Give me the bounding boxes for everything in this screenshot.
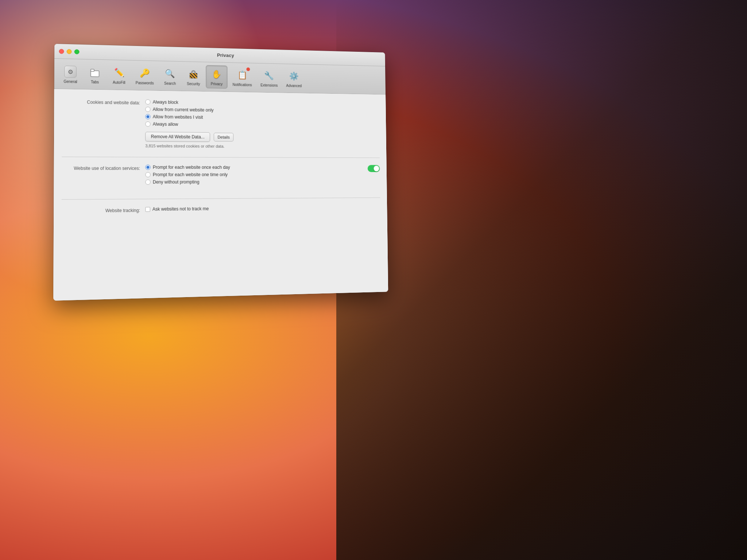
radio-deny-without-label: Deny without prompting [153, 179, 200, 184]
tracking-checkbox-label: Ask websites not to track me [152, 206, 209, 211]
wood-overlay [336, 0, 747, 560]
section-divider-1 [62, 157, 380, 158]
radio-current-only-label: Allow from current website only [153, 107, 214, 113]
maximize-button[interactable] [74, 49, 80, 54]
traffic-lights [59, 49, 80, 54]
tab-passwords[interactable]: 🔑 Passwords [132, 64, 157, 88]
remove-all-button[interactable]: Remove All Website Data... [145, 132, 210, 141]
section-divider-2 [62, 198, 380, 200]
tab-advanced[interactable]: ⚙️ Advanced [283, 67, 305, 90]
radio-prompt-each-day-label: Prompt for each website once each day [153, 165, 230, 170]
tabs-icon [89, 67, 101, 79]
radio-websites-visit-label: Allow from websites I visit [153, 114, 203, 120]
tab-privacy[interactable]: ✋ Privacy [206, 65, 228, 89]
location-label: Website use of location services: [62, 164, 145, 171]
radio-websites-visit[interactable]: Allow from websites I visit [145, 114, 379, 122]
storage-info: 3,815 websites stored cookies or other d… [145, 144, 379, 149]
radio-prompt-one-time-indicator [145, 172, 150, 177]
preferences-content: Cookies and website data: Always block A… [53, 89, 388, 301]
tab-search[interactable]: 🔍 Search [159, 65, 181, 88]
preferences-window: Privacy ⚙ General Tabs [53, 44, 388, 301]
cookies-options: Always block Allow from current website … [145, 99, 379, 149]
radio-always-allow-indicator [145, 121, 150, 127]
tab-passwords-label: Passwords [136, 81, 154, 85]
radio-prompt-one-time[interactable]: Prompt for each website one time only [145, 172, 364, 177]
advanced-icon: ⚙️ [287, 70, 300, 83]
extensions-icon: 🔧 [263, 69, 275, 82]
toggle-knob [374, 166, 379, 171]
radio-current-only[interactable]: Allow from current website only [145, 107, 379, 115]
tab-search-label: Search [164, 81, 176, 86]
tab-tabs-label: Tabs [91, 80, 99, 84]
general-icon: ⚙ [63, 65, 77, 79]
radio-websites-visit-indicator [145, 114, 150, 119]
radio-prompt-each-day-dot [146, 166, 149, 169]
radio-deny-without[interactable]: Deny without prompting [145, 179, 364, 184]
radio-always-block-indicator [145, 99, 150, 104]
tracking-checkbox-option[interactable]: Ask websites not to track me [145, 205, 380, 212]
tab-extensions[interactable]: 🔧 Extensions [257, 67, 281, 90]
tab-security[interactable]: Security [182, 65, 204, 88]
remove-data-row: Remove All Website Data... Details [145, 132, 379, 143]
tab-autofill-label: AutoFill [113, 80, 125, 85]
tab-autofill[interactable]: ✏️ AutoFill [108, 64, 130, 87]
tab-notifications-label: Notifications [232, 83, 252, 87]
cookies-radio-group: Always block Allow from current website … [145, 99, 379, 129]
tracking-content: Ask websites not to track me [145, 205, 380, 212]
location-radio-group: Prompt for each website once each day Pr… [145, 165, 364, 185]
location-toggle[interactable] [368, 165, 380, 172]
radio-current-only-indicator [145, 107, 150, 112]
notification-badge [247, 67, 250, 71]
radio-always-block[interactable]: Always block [145, 99, 379, 108]
tab-advanced-label: Advanced [286, 83, 302, 88]
tab-extensions-label: Extensions [260, 83, 278, 88]
autofill-icon: ✏️ [112, 66, 126, 79]
privacy-icon: ✋ [210, 68, 223, 81]
tracking-label: Website tracking: [61, 207, 145, 214]
window-title: Privacy [217, 52, 234, 58]
location-options: Prompt for each website once each day Pr… [145, 165, 364, 190]
close-button[interactable] [59, 49, 64, 54]
tab-privacy-label: Privacy [211, 82, 223, 86]
radio-always-allow-label: Always allow [153, 121, 178, 127]
radio-always-allow[interactable]: Always allow [145, 121, 379, 129]
svg-rect-1 [91, 69, 94, 71]
tab-general[interactable]: ⚙ General [59, 62, 82, 86]
search-icon: 🔍 [163, 67, 177, 81]
tab-notifications[interactable]: 📋 Notifications [229, 66, 255, 89]
radio-always-block-label: Always block [153, 100, 178, 105]
cookies-label: Cookies and website data: [62, 98, 146, 106]
minimize-button[interactable] [67, 49, 72, 54]
cookies-section: Cookies and website data: Always block A… [62, 98, 379, 149]
tracking-section: Website tracking: Ask websites not to tr… [61, 205, 380, 214]
location-content: Prompt for each website once each day Pr… [145, 165, 380, 190]
radio-prompt-each-day[interactable]: Prompt for each website once each day [145, 165, 364, 170]
security-icon [187, 67, 200, 81]
radio-deny-without-indicator [145, 179, 150, 184]
passwords-icon: 🔑 [138, 66, 151, 80]
window-frame: Privacy ⚙ General Tabs [53, 44, 388, 301]
details-button[interactable]: Details [214, 133, 234, 141]
location-row: Prompt for each website once each day Pr… [145, 165, 380, 190]
tab-general-label: General [63, 79, 77, 84]
tracking-checkbox[interactable] [145, 207, 150, 211]
location-section: Website use of location services: Prompt… [62, 164, 380, 190]
notifications-icon: 📋 [236, 69, 248, 82]
tab-tabs[interactable]: Tabs [84, 65, 107, 86]
tab-security-label: Security [187, 82, 200, 86]
radio-prompt-one-time-label: Prompt for each website one time only [153, 172, 228, 177]
radio-websites-visit-dot [146, 115, 149, 118]
radio-prompt-each-day-indicator [145, 165, 150, 170]
